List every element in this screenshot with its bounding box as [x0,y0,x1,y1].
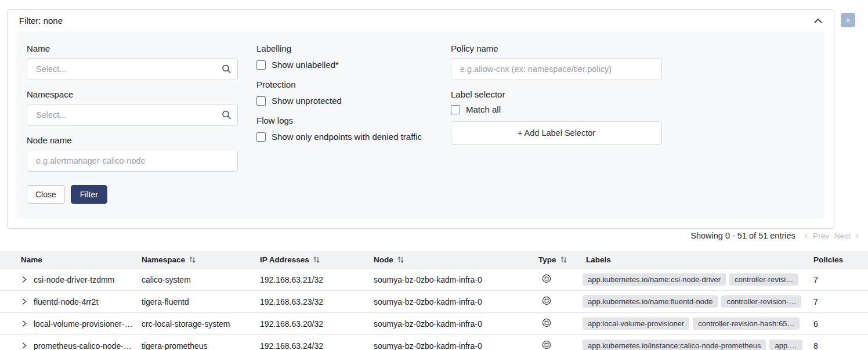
sort-icon[interactable] [560,256,567,264]
filter-button[interactable]: Filter [71,185,107,204]
namespace-field-label: Namespace [27,89,238,99]
expand-chevron-icon[interactable] [22,342,27,349]
endpoint-namespace: tigera-fluentd [142,297,260,306]
endpoint-name: fluentd-node-4rr2t [34,297,98,306]
expand-chevron-icon[interactable] [22,320,27,327]
protection-group: Protection Show unprotected [256,80,432,106]
endpoint-node: soumya-bz-0zbo-kadm-infra-0 [374,275,538,284]
endpoint-ip: 192.168.63.20/32 [260,319,374,329]
policies-count: 7 [810,297,868,306]
label-pill: app.… [769,340,802,350]
filter-column-3: Policy name Label selector Match all + A… [451,44,662,204]
label-pill: app.kubernetes.io/instance:calico-node-p… [583,340,766,350]
column-header-ip-addresses[interactable]: IP Addresses [260,255,374,264]
workload-endpoint-icon [542,318,551,329]
node-name-input[interactable] [27,150,238,172]
endpoint-namespace: crc-local-storage-system [142,319,260,329]
flow-logs-group: Flow logs Show only endpoints with denie… [256,116,432,142]
endpoint-node: soumya-bz-0zbo-kadm-infra-0 [374,297,538,306]
label-pill: app:local-volume-provisioner [583,317,689,330]
search-icon[interactable] [222,64,232,74]
next-button[interactable]: Next [834,232,851,240]
show-unprotected-checkbox[interactable] [256,96,266,106]
endpoint-namespace: calico-system [142,275,260,284]
match-all-checkbox[interactable] [451,105,460,114]
close-button[interactable]: Close [27,185,65,204]
label-pill: controller-revision-hash:65… [693,317,800,330]
label-pill: app.kubernetes.io/name:csi-node-driver [583,273,726,286]
chevron-up-icon[interactable] [814,18,822,23]
name-field-label: Name [27,44,238,53]
label-pill: controller-revision-… [721,295,801,308]
endpoint-name: csi-node-driver-tzdmm [34,275,114,284]
label-selector-group: Label selector Match all + Add Label Sel… [451,89,662,145]
filter-panel-body: Name Namespace Node name [17,31,824,219]
namespace-select-input[interactable] [27,104,238,126]
endpoint-namespace: tigera-prometheus [142,341,260,350]
column-header-namespace[interactable]: Namespace [142,255,260,264]
next-chevron-icon[interactable]: › [856,230,859,241]
policies-count: 7 [810,275,868,284]
table-row[interactable]: local-volume-provisioner-… crc-local-sto… [0,313,868,335]
endpoints-table: Name Namespace IP Addresses Node Type [0,251,868,350]
show-unlabelled-checkbox[interactable] [256,60,266,70]
endpoint-ip: 192.168.63.24/32 [260,341,374,350]
filter-panel: Filter: none Name Namespace [7,9,834,229]
close-icon: × [845,16,850,24]
column-header-labels: Labels [583,255,810,264]
filter-panel-header[interactable]: Filter: none [8,10,834,31]
endpoint-node: soumya-bz-0zbo-kadm-infra-0 [374,319,538,329]
policy-name-field-label: Policy name [451,44,662,53]
add-label-selector-button[interactable]: + Add Label Selector [451,121,662,145]
close-panel-button[interactable]: × [841,13,855,27]
column-header-node[interactable]: Node [374,255,538,264]
flow-logs-heading: Flow logs [256,116,432,125]
table-row[interactable]: prometheus-calico-node-… tigera-promethe… [0,335,868,350]
table-row[interactable]: fluentd-node-4rr2t tigera-fluentd 192.16… [0,291,868,313]
match-all-label[interactable]: Match all [466,104,501,114]
search-icon[interactable] [222,110,232,120]
endpoint-name: local-volume-provisioner-… [34,319,132,329]
sort-icon[interactable] [397,256,404,264]
label-pill: app.kubernetes.io/name:fluentd-node [583,295,718,308]
sort-icon[interactable] [189,256,196,264]
policies-count: 8 [810,341,868,350]
pagination-bar: Showing 0 - 51 of 51 entries ‹ Prev Next… [690,230,859,241]
policies-count: 6 [810,319,868,329]
name-select-input[interactable] [27,58,238,80]
pager: ‹ Prev Next › [805,230,859,241]
column-header-name: Name [0,255,142,264]
workload-endpoint-icon [542,274,551,285]
column-header-policies: Policies [810,255,868,264]
endpoint-ip: 192.168.63.21/32 [260,275,374,284]
entries-count: Showing 0 - 51 of 51 entries [690,231,795,240]
node-name-field-group: Node name [27,135,238,172]
endpoint-node: soumya-bz-0zbo-kadm-infra-0 [374,341,538,350]
table-row[interactable]: csi-node-driver-tzdmm calico-system 192.… [0,269,868,291]
filter-column-1: Name Namespace Node name [27,44,238,204]
show-unprotected-label[interactable]: Show unprotected [272,96,342,106]
labelling-heading: Labelling [256,44,432,53]
policy-name-input[interactable] [451,58,662,80]
expand-chevron-icon[interactable] [22,298,27,305]
table-header-row: Name Namespace IP Addresses Node Type [0,251,868,269]
denied-traffic-label[interactable]: Show only endpoints with denied traffic [272,132,422,142]
endpoint-name: prometheus-calico-node-… [34,341,132,350]
filter-title: Filter: none [19,16,63,26]
denied-traffic-checkbox[interactable] [256,132,266,142]
namespace-field-group: Namespace [27,89,238,126]
label-pill: controller-revisi… [729,273,798,286]
column-header-type[interactable]: Type [538,255,583,264]
filter-column-2: Labelling Show unlabelled* Protection Sh… [256,44,432,204]
label-selector-heading: Label selector [451,89,662,99]
prev-chevron-icon[interactable]: ‹ [805,230,808,241]
expand-chevron-icon[interactable] [22,276,27,283]
workload-endpoint-icon [542,340,551,350]
prev-button[interactable]: Prev [813,232,829,240]
labelling-group: Labelling Show unlabelled* [256,44,432,70]
policy-name-field-group: Policy name [451,44,662,80]
endpoint-ip: 192.168.63.23/32 [260,297,374,306]
sort-icon[interactable] [313,256,320,264]
show-unlabelled-label[interactable]: Show unlabelled* [272,60,339,70]
name-field-group: Name [27,44,238,80]
